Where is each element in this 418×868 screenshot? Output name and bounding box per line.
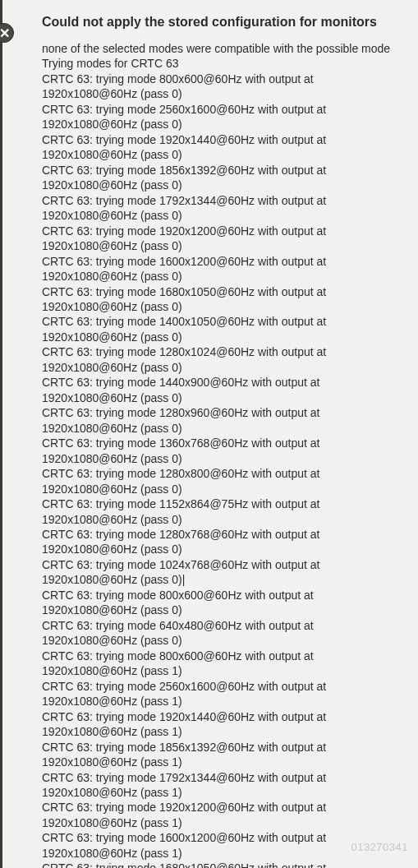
log-line: 1920x1080@60Hz (pass 0): [42, 512, 398, 527]
log-line: CRTC 63: trying mode 800x600@60Hz with o…: [42, 72, 398, 86]
log-line: 1920x1080@60Hz (pass 0): [42, 542, 398, 556]
log-line: 1920x1080@60Hz (pass 0): [42, 482, 398, 496]
log-line: 1920x1080@60Hz (pass 0): [42, 451, 398, 466]
log-line: CRTC 63: trying mode 1856x1392@60Hz with…: [42, 740, 398, 755]
log-line: 1920x1080@60Hz (pass 0): [42, 390, 398, 405]
log-line: 1920x1080@60Hz (pass 1): [42, 755, 398, 769]
window-border: [0, 0, 2, 868]
log-line: 1920x1080@60Hz (pass 1): [42, 694, 398, 709]
log-line: CRTC 63: trying mode 1280x1024@60Hz with…: [42, 344, 398, 359]
log-line: 1920x1080@60Hz (pass 0): [42, 299, 398, 314]
log-line: CRTC 63: trying mode 1920x1200@60Hz with…: [42, 800, 398, 815]
log-line: 1920x1080@60Hz (pass 0): [42, 147, 398, 162]
log-line: 1920x1080@60Hz (pass 0): [42, 421, 398, 436]
header-line: Trying modes for CRTC 63: [42, 56, 398, 71]
log-line: 1920x1080@60Hz (pass 1): [42, 785, 398, 800]
log-line: CRTC 63: trying mode 1280x800@60Hz with …: [42, 466, 398, 481]
log-line: CRTC 63: trying mode 800x600@60Hz with o…: [42, 588, 398, 603]
log-line: CRTC 63: trying mode 1792x1344@60Hz with…: [42, 770, 398, 785]
log-line: 1920x1080@60Hz (pass 1): [42, 846, 398, 861]
log-line: 1920x1080@60Hz (pass 0): [42, 269, 398, 284]
log-line: 1920x1080@60Hz (pass 0): [42, 238, 398, 253]
log-line: CRTC 63: trying mode 1360x768@60Hz with …: [42, 436, 398, 450]
log-line: 1920x1080@60Hz (pass 0): [42, 330, 398, 344]
log-line: CRTC 63: trying mode 1856x1392@60Hz with…: [42, 163, 398, 178]
log-line: 1920x1080@60Hz (pass 0): [42, 633, 398, 648]
log-line: CRTC 63: trying mode 1920x1440@60Hz with…: [42, 132, 398, 147]
log-line: CRTC 63: trying mode 1680x1050@60Hz with…: [42, 284, 398, 299]
log-line: 1920x1080@60Hz (pass 0): [42, 208, 398, 223]
log-line: 1920x1080@60Hz (pass 0): [42, 178, 398, 192]
dialog-title: Could not apply the stored configuration…: [42, 15, 398, 30]
log-line: CRTC 63: trying mode 2560x1600@60Hz with…: [42, 102, 398, 117]
log-line: 1920x1080@60Hz (pass 1): [42, 663, 398, 678]
log-line: 1920x1080@60Hz (pass 1): [42, 724, 398, 739]
log-line: CRTC 63: trying mode 1600x1200@60Hz with…: [42, 830, 398, 845]
log-line: CRTC 63: trying mode 1152x864@75Hz with …: [42, 496, 398, 511]
log-line: 1920x1080@60Hz (pass 0): [42, 603, 398, 617]
log-line: 1920x1080@60Hz (pass 0): [42, 86, 398, 101]
log-line: CRTC 63: trying mode 1680x1050@60Hz with…: [42, 861, 398, 868]
log-line: 1920x1080@60Hz (pass 1): [42, 815, 398, 830]
log-line: 1920x1080@60Hz (pass 0): [42, 117, 398, 132]
log-line: CRTC 63: trying mode 2560x1600@60Hz with…: [42, 679, 398, 694]
log-line: CRTC 63: trying mode 1440x900@60Hz with …: [42, 375, 398, 390]
log-line: CRTC 63: trying mode 1920x1200@60Hz with…: [42, 224, 398, 238]
log-line: CRTC 63: trying mode 1280x960@60Hz with …: [42, 405, 398, 420]
log-line: CRTC 63: trying mode 1024x768@60Hz with …: [42, 557, 398, 572]
log-line: 1920x1080@60Hz (pass 0): [42, 360, 398, 375]
log-line: CRTC 63: trying mode 1600x1200@60Hz with…: [42, 254, 398, 269]
log-line: CRTC 63: trying mode 1920x1440@60Hz with…: [42, 709, 398, 724]
close-icon: ✕: [0, 25, 10, 41]
summary-line: none of the selected modes were compatib…: [42, 41, 398, 56]
log-line: 1920x1080@60Hz (pass 0)|: [42, 572, 398, 587]
log-line: CRTC 63: trying mode 1280x768@60Hz with …: [42, 527, 398, 542]
dialog-message: none of the selected modes were compatib…: [42, 41, 398, 868]
log-line: CRTC 63: trying mode 1792x1344@60Hz with…: [42, 193, 398, 208]
dialog-content: Could not apply the stored configuration…: [2, 0, 418, 868]
log-line: CRTC 63: trying mode 1400x1050@60Hz with…: [42, 314, 398, 329]
log-line: CRTC 63: trying mode 800x600@60Hz with o…: [42, 649, 398, 663]
log-entries: CRTC 63: trying mode 800x600@60Hz with o…: [42, 72, 398, 868]
log-line: CRTC 63: trying mode 640x480@60Hz with o…: [42, 618, 398, 633]
